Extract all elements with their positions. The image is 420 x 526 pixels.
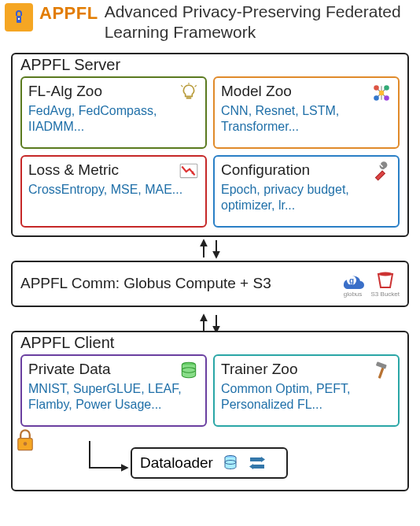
comm-text: APPFL Comm: Globus Compute + S3: [20, 275, 335, 292]
svg-marker-32: [261, 457, 265, 462]
dataloader-label: Dataloader: [140, 454, 213, 472]
tools-icon: [371, 161, 392, 182]
card-loss-title: Loss & Metric: [28, 161, 199, 179]
globus-label: globus: [344, 291, 363, 298]
client-panel: APPFL Client Private Data MNIST, SuperGL…: [11, 331, 409, 491]
card-flalg-title: FL-Alg Zoo: [28, 83, 199, 100]
database-small-icon: [221, 454, 240, 472]
transfer-icon: [248, 454, 267, 472]
server-title: APPFL Server: [20, 56, 120, 74]
svg-point-10: [384, 85, 389, 91]
svg-point-9: [374, 85, 379, 91]
svg-rect-2: [186, 97, 192, 98]
card-trainer-body: Common Optim, PEFT, Personalized FL...: [221, 381, 392, 413]
card-model: Model Zoo CNN, Resnet, LSTM, Transformer…: [213, 76, 400, 149]
brand-text: APPFL: [39, 3, 98, 24]
svg-rect-33: [253, 465, 264, 469]
chart-down-icon: [179, 161, 199, 182]
client-title: APPFL Client: [20, 334, 114, 352]
card-loss: Loss & Metric CrossEntropy, MSE, MAE...: [20, 155, 207, 228]
card-trainer-title: Trainer Zoo: [221, 361, 392, 378]
comm-panel: APPFL Comm: Globus Compute + S3 g globus…: [11, 261, 409, 307]
card-config: Configuration Epoch, privacy budget, opt…: [213, 155, 400, 228]
card-private-data: Private Data MNIST, SuperGLUE, LEAF, Fla…: [20, 354, 207, 427]
svg-rect-26: [376, 361, 387, 369]
appfl-logo: [5, 3, 33, 31]
tagline: Advanced Privacy-Preserving Federated Le…: [105, 2, 415, 43]
svg-line-3: [181, 85, 182, 87]
database-icon: [179, 361, 199, 381]
card-flalg: FL-Alg Zoo FedAvg, FedCompass, IIADMM...: [20, 76, 207, 149]
svg-rect-25: [378, 367, 385, 378]
svg-point-11: [379, 90, 385, 95]
svg-line-4: [195, 85, 197, 87]
card-model-body: CNN, Resnet, LSTM, Transformer...: [221, 103, 392, 135]
lightbulb-icon: [179, 83, 199, 103]
arrows-server-comm: [0, 237, 420, 256]
server-grid: FL-Alg Zoo FedAvg, FedCompass, IIADMM...…: [20, 76, 400, 228]
hammer-icon: [371, 361, 392, 381]
card-config-title: Configuration: [221, 161, 392, 179]
card-trainer: Trainer Zoo Common Optim, PEFT, Personal…: [213, 354, 400, 427]
svg-rect-31: [250, 457, 261, 461]
data-to-loader-connector: [82, 439, 137, 479]
s3-label: S3 Bucket: [371, 291, 400, 298]
globus-icon: g globus: [341, 270, 365, 298]
svg-point-13: [384, 95, 389, 101]
lock-icon: [14, 428, 36, 452]
server-panel: APPFL Server FL-Alg Zoo FedAvg, FedCompa…: [11, 53, 409, 237]
card-loss-body: CrossEntropy, MSE, MAE...: [28, 182, 199, 198]
card-data-title: Private Data: [28, 361, 199, 378]
svg-marker-34: [249, 464, 253, 469]
s3-bucket-icon: S3 Bucket: [371, 270, 400, 298]
card-model-title: Model Zoo: [221, 83, 392, 100]
network-icon: [371, 83, 392, 103]
svg-point-20: [378, 272, 392, 276]
arrows-comm-client: [0, 312, 420, 331]
client-grid: Private Data MNIST, SuperGLUE, LEAF, Fla…: [20, 354, 400, 427]
svg-point-28: [24, 442, 28, 446]
svg-point-12: [374, 95, 379, 101]
card-data-body: MNIST, SuperGLUE, LEAF, Flamby, Power Us…: [28, 381, 199, 413]
svg-text:g: g: [348, 276, 353, 285]
dataloader-box: Dataloader: [131, 447, 288, 479]
card-flalg-body: FedAvg, FedCompass, IIADMM...: [28, 103, 199, 135]
svg-point-1: [18, 18, 20, 20]
card-config-body: Epoch, privacy budget, optimizer, lr...: [221, 182, 392, 213]
header: APPFL Advanced Privacy-Preserving Federa…: [0, 0, 420, 48]
